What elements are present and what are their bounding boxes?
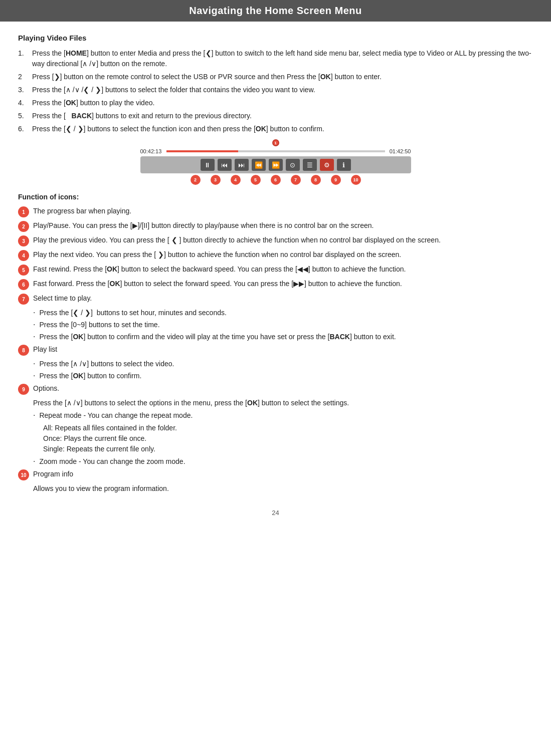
- page-header: Navigating the Home Screen Menu: [0, 0, 551, 22]
- func-item-4: 4 Play the next video. You can press the…: [18, 249, 533, 261]
- func9-sub-single: Single: Repeats the current file only.: [43, 444, 533, 454]
- badge-func-9: 9: [18, 384, 29, 395]
- func-text-3: Play the previous video. You can press t…: [33, 235, 441, 245]
- progress-area: 1 00:42:13 01:42:50: [140, 143, 411, 154]
- section-title: Playing Video Files: [18, 34, 533, 42]
- progress-marker: 1: [272, 139, 279, 146]
- badge-func-4: 4: [18, 250, 29, 261]
- step-3: 3. Press the [∧ /∨ /❮ / ❯] buttons to se…: [18, 85, 533, 95]
- settings-btn[interactable]: ⚙: [320, 159, 334, 171]
- func-item-6: 6 Fast forward. Press the [OK] button to…: [18, 279, 533, 290]
- badge-func-10: 10: [18, 469, 29, 480]
- badge-5: 5: [251, 175, 261, 185]
- page-footer: 24: [18, 509, 533, 517]
- header-title: Navigating the Home Screen Menu: [189, 5, 361, 16]
- step-1: 1. Press the [HOME] button to enter Medi…: [18, 48, 533, 69]
- badge-3: 3: [211, 175, 221, 185]
- prev-btn[interactable]: ⏮: [218, 159, 232, 171]
- func7-bullet-2: Press the [0~9] buttons to set the time.: [33, 320, 533, 330]
- func-text-7: Select time to play.: [33, 293, 92, 304]
- func-text-6: Fast forward. Press the [OK] button to s…: [33, 279, 402, 289]
- steps-list: 1. Press the [HOME] button to enter Medi…: [18, 48, 533, 134]
- badge-4: 4: [231, 175, 241, 185]
- func-list-4: 10 Program info: [18, 469, 533, 480]
- step-4: 4. Press the [OK] button to play the vid…: [18, 98, 533, 108]
- badge-func-2: 2: [18, 221, 29, 232]
- func-item-9: 9 Options.: [18, 383, 533, 395]
- time-right: 01:42:50: [387, 148, 411, 154]
- func8-bullet-1: Press the [∧ /∨] buttons to select the v…: [33, 359, 533, 369]
- func-list: 1 The progress bar when playing. 2 Play/…: [18, 206, 533, 305]
- func9-sub-all: All: Repeats all files contained in the …: [43, 423, 533, 433]
- func-text-2: Play/Pause. You can press the [▶]/[II] b…: [33, 220, 374, 231]
- func-text-1: The progress bar when playing.: [33, 206, 131, 216]
- func-text-10: Program info: [33, 469, 73, 479]
- func-item-3: 3 Play the previous video. You can press…: [18, 235, 533, 246]
- badge-8: 8: [311, 175, 321, 185]
- func9-intro: Press the [∧ /∨] buttons to select the o…: [33, 398, 533, 408]
- func7-bullet-1: Press the [❮ / ❯] buttons to set hour, m…: [33, 308, 533, 318]
- func9-bullet-zoom: Zoom mode - You can change the zoom mode…: [33, 456, 533, 467]
- badge-6: 6: [271, 175, 281, 185]
- badge-func-8: 8: [18, 345, 29, 356]
- func7-bullets: Press the [❮ / ❯] buttons to set hour, m…: [33, 308, 533, 342]
- func-text-4: Play the next video. You can press the […: [33, 249, 401, 260]
- func8-bullets: Press the [∧ /∨] buttons to select the v…: [33, 359, 533, 381]
- func-item-1: 1 The progress bar when playing.: [18, 206, 533, 217]
- func10-text: Allows you to view the program informati…: [33, 483, 533, 494]
- func-item-5: 5 Fast rewind. Press the [OK] button to …: [18, 264, 533, 276]
- func9-bullets: Repeat mode - You can change the repeat …: [33, 410, 533, 421]
- badge-9: 9: [331, 175, 341, 185]
- next-btn[interactable]: ⏭: [235, 159, 249, 171]
- func7-bullet-3: Press the [OK] button to confirm and the…: [33, 332, 533, 342]
- step-6: 6. Press the [❮ / ❯] buttons to select t…: [18, 124, 533, 134]
- func-item-2: 2 Play/Pause. You can press the [▶]/[II]…: [18, 220, 533, 232]
- page-number: 24: [272, 509, 279, 517]
- func8-bullet-2: Press the [OK] button to confirm.: [33, 371, 533, 381]
- info-btn[interactable]: ℹ: [337, 159, 351, 171]
- badge-func-6: 6: [18, 279, 29, 290]
- fforward-btn[interactable]: ⏩: [269, 159, 283, 171]
- func-item-10: 10 Program info: [18, 469, 533, 480]
- badge-10: 10: [351, 175, 361, 185]
- circle-btn[interactable]: ⊙: [286, 159, 300, 171]
- badge-func-3: 3: [18, 235, 29, 246]
- badge-func-5: 5: [18, 265, 29, 276]
- pause-btn[interactable]: ⏸: [201, 159, 215, 171]
- list-btn[interactable]: ☰: [303, 159, 317, 171]
- badge-func-1: 1: [18, 206, 29, 217]
- func9-bullets2: Zoom mode - You can change the zoom mode…: [33, 456, 533, 467]
- func9-sub-once: Once: Plays the current file once.: [43, 433, 533, 444]
- rewind-btn[interactable]: ⏪: [252, 159, 266, 171]
- func-list-2: 8 Play list: [18, 344, 533, 356]
- func-text-9: Options.: [33, 383, 59, 394]
- func-item-8: 8 Play list: [18, 344, 533, 356]
- progress-track: [166, 150, 385, 152]
- progress-bar-container: 00:42:13 01:42:50: [140, 148, 411, 154]
- func-icons-title: Function of icons:: [18, 193, 533, 201]
- func-item-7: 7 Select time to play.: [18, 293, 533, 305]
- func-list-3: 9 Options.: [18, 383, 533, 395]
- step-2: 2 Press [❯] button on the remote control…: [18, 72, 533, 82]
- badge-func-7: 7: [18, 294, 29, 305]
- progress-fill: [166, 150, 239, 152]
- player-mockup: 1 00:42:13 01:42:50 ⏸ ⏮ ⏭ ⏪ ⏩ ⊙ ☰ ⚙ ℹ 2: [140, 143, 411, 185]
- icon-row-bottom: 2 3 4 5 6 7 8 9 10: [140, 175, 411, 185]
- badge-2: 2: [191, 175, 201, 185]
- func-text-5: Fast rewind. Press the [OK] button to se…: [33, 264, 406, 275]
- badge-7: 7: [291, 175, 301, 185]
- func-text-8: Play list: [33, 344, 57, 355]
- func9-sub-bullets: All: Repeats all files contained in the …: [43, 423, 533, 454]
- func9-bullet-repeat: Repeat mode - You can change the repeat …: [33, 410, 533, 421]
- controls-bar: ⏸ ⏮ ⏭ ⏪ ⏩ ⊙ ☰ ⚙ ℹ: [140, 156, 411, 173]
- time-left: 00:42:13: [140, 148, 164, 154]
- step-5: 5. Press the [ BACK] buttons to exit and…: [18, 111, 533, 121]
